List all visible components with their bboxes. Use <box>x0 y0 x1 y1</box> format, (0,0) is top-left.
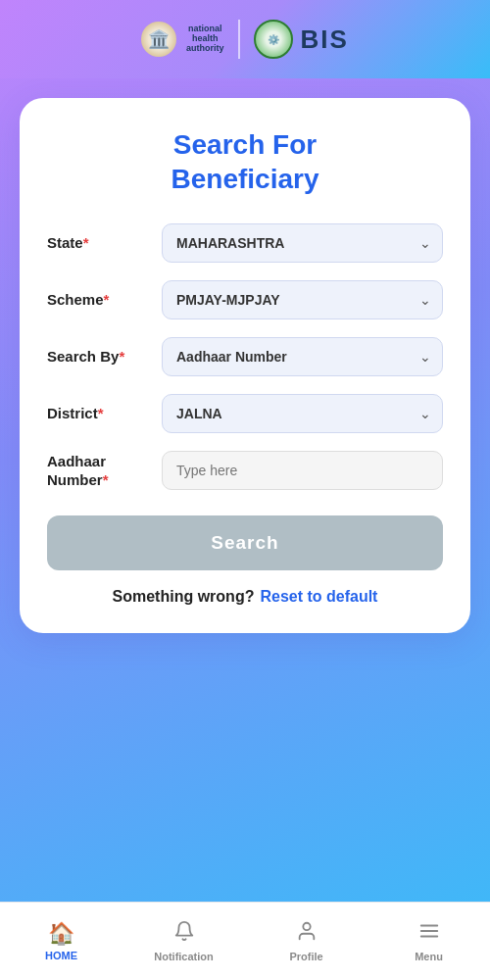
search-by-row: Search By* Aadhaar Number Mobile Number … <box>47 337 443 376</box>
district-required: * <box>98 405 104 421</box>
scheme-select[interactable]: PMJAY-MJPJAY PMJAY MJPJAY <box>162 280 443 319</box>
nha-logo: 🏛️ <box>141 22 176 57</box>
nav-label-notification: Notification <box>154 951 214 962</box>
nha-logo-area: 🏛️ nationalhealthauthority <box>141 22 224 57</box>
search-by-select-wrapper[interactable]: Aadhaar Number Mobile Number Name PMJAY … <box>162 337 443 376</box>
state-label: State* <box>47 233 150 253</box>
state-select-wrapper[interactable]: MAHARASHTRA DELHI KARNATAKA ⌄ <box>162 223 443 263</box>
district-label: District* <box>47 404 150 423</box>
search-by-required: * <box>119 348 124 365</box>
bis-logo-area: ⚙️ BIS <box>254 20 349 59</box>
profile-icon <box>296 920 318 948</box>
state-required: * <box>83 234 89 251</box>
scheme-label: Scheme* <box>47 290 150 310</box>
nav-label-profile: Profile <box>289 951 322 962</box>
bis-label: BIS <box>301 24 349 55</box>
reset-link[interactable]: Reset to default <box>260 588 377 606</box>
aadhaar-required: * <box>103 471 109 488</box>
scheme-required: * <box>104 291 110 308</box>
nha-emblem-icon: 🏛️ <box>141 22 176 57</box>
bis-emblem-icon: ⚙️ <box>254 20 293 59</box>
card-title-line2: Beneficiary <box>172 164 319 194</box>
reset-row: Something wrong? Reset to default <box>47 588 443 606</box>
aadhaar-row: AadhaarNumber* <box>47 451 443 490</box>
nha-label: nationalhealthauthority <box>186 24 224 54</box>
header-divider <box>238 20 240 59</box>
svg-point-0 <box>303 923 310 930</box>
state-row: State* MAHARASHTRA DELHI KARNATAKA ⌄ <box>47 223 443 263</box>
district-select-wrapper[interactable]: JALNA PUNE MUMBAI ⌄ <box>162 394 443 433</box>
search-button[interactable]: Search <box>47 515 443 570</box>
reset-prompt: Something wrong? <box>113 588 255 606</box>
search-by-select[interactable]: Aadhaar Number Mobile Number Name PMJAY … <box>162 337 443 376</box>
home-icon: 🏠 <box>48 921 74 947</box>
bottom-nav: 🏠 HOME Notification Profile <box>0 902 490 980</box>
menu-icon <box>418 920 440 948</box>
card-title: Search For Beneficiary <box>47 127 443 196</box>
main-content: Search For Beneficiary State* MAHARASHTR… <box>0 78 490 872</box>
aadhaar-label: AadhaarNumber* <box>47 452 150 490</box>
nav-item-notification[interactable]: Notification <box>122 912 245 970</box>
nav-label-menu: Menu <box>415 951 443 962</box>
teal-spacer <box>0 872 490 902</box>
notification-icon <box>173 920 195 948</box>
search-card: Search For Beneficiary State* MAHARASHTR… <box>20 98 470 633</box>
nav-item-home[interactable]: 🏠 HOME <box>0 913 122 969</box>
nav-item-profile[interactable]: Profile <box>245 912 368 970</box>
district-select[interactable]: JALNA PUNE MUMBAI <box>162 394 443 433</box>
district-row: District* JALNA PUNE MUMBAI ⌄ <box>47 394 443 433</box>
scheme-select-wrapper[interactable]: PMJAY-MJPJAY PMJAY MJPJAY ⌄ <box>162 280 443 319</box>
nav-label-home: HOME <box>45 950 77 961</box>
aadhaar-input[interactable] <box>162 451 443 490</box>
scheme-row: Scheme* PMJAY-MJPJAY PMJAY MJPJAY ⌄ <box>47 280 443 319</box>
state-select[interactable]: MAHARASHTRA DELHI KARNATAKA <box>162 223 443 263</box>
nav-item-menu[interactable]: Menu <box>368 912 490 970</box>
search-by-label: Search By* <box>47 347 150 367</box>
card-title-line1: Search For <box>173 129 317 160</box>
app-header: 🏛️ nationalhealthauthority ⚙️ BIS <box>0 0 490 78</box>
